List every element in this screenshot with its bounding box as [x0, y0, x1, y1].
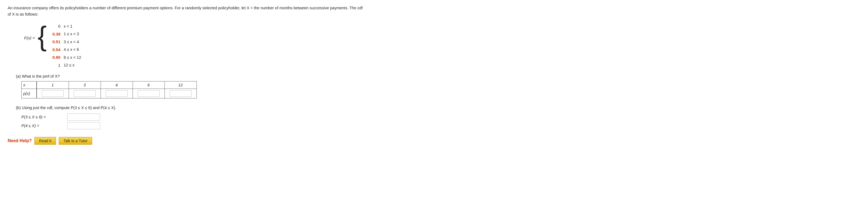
case-cond-5: 12 ≤ x [64, 62, 74, 69]
case-row-4: 0.90 6 ≤ x < 12 [49, 54, 81, 62]
case-val-3: 0.54 [49, 46, 60, 54]
table-cell-px-3[interactable] [69, 89, 100, 98]
input-px-3[interactable] [74, 90, 96, 97]
pmf-table-wrap: x 1 3 4 6 12 p(x) [21, 81, 860, 98]
eq2-label: P(4 ≤ X) = [21, 124, 65, 128]
case-row-0: 0 x < 1 [49, 23, 81, 30]
eq2-line: P(4 ≤ X) = [21, 122, 860, 129]
case-cond-2: 3 ≤ x < 4 [64, 38, 79, 46]
case-cond-3: 4 ≤ x < 6 [64, 46, 79, 54]
input-px-12[interactable] [170, 90, 192, 97]
table-x-header: x [22, 82, 37, 89]
part-b-label: (b) Using just the cdf, compute P(3 ≤ X … [16, 104, 860, 111]
table-x-6: 6 [132, 82, 164, 89]
part-a-label: (a) What is the pmf of X? [16, 74, 860, 78]
case-row-1: 0.39 1 ≤ x < 3 [49, 30, 81, 38]
case-cond-4: 6 ≤ x < 12 [64, 54, 81, 62]
input-px-1[interactable] [42, 90, 64, 97]
case-val-4: 0.90 [49, 54, 60, 62]
table-x-4: 4 [100, 82, 132, 89]
table-px-header: p(x) [22, 89, 37, 98]
eq1-input[interactable] [67, 114, 100, 121]
pmf-table: x 1 3 4 6 12 p(x) [21, 81, 197, 98]
cases-table: 0 x < 1 0.39 1 ≤ x < 3 0.51 3 ≤ x < 4 0.… [49, 23, 81, 69]
case-val-5: 1 [49, 62, 60, 69]
talk-to-tutor-button[interactable]: Talk to a Tutor [59, 137, 92, 145]
eq2-input[interactable] [67, 122, 100, 129]
table-x-1: 1 [37, 82, 69, 89]
need-help-label: Need Help? [8, 138, 32, 143]
fx-label: F(x) = [24, 23, 35, 40]
table-cell-px-4[interactable] [100, 89, 132, 98]
case-row-5: 1 12 ≤ x [49, 62, 81, 69]
table-cell-px-1[interactable] [37, 89, 69, 98]
input-px-4[interactable] [106, 90, 128, 97]
input-px-6[interactable] [138, 90, 160, 97]
case-cond-0: x < 1 [64, 23, 72, 30]
case-cond-1: 1 ≤ x < 3 [64, 30, 79, 38]
case-row-3: 0.54 4 ≤ x < 6 [49, 46, 81, 54]
case-val-0: 0 [49, 23, 60, 30]
table-cell-px-12[interactable] [164, 89, 196, 98]
eq1-line: P(3 ≤ X ≤ 6) = [21, 114, 860, 121]
read-it-button[interactable]: Read It [34, 137, 56, 145]
case-val-1: 0.39 [49, 30, 60, 38]
table-x-3: 3 [69, 82, 100, 89]
table-cell-px-6[interactable] [132, 89, 164, 98]
left-brace: { [38, 23, 47, 69]
case-row-2: 0.51 3 ≤ x < 4 [49, 38, 81, 46]
case-val-2: 0.51 [49, 38, 60, 46]
problem-statement: An insurance company offers its policyho… [8, 5, 363, 18]
table-x-12: 12 [164, 82, 196, 89]
need-help-bar: Need Help? Read It Talk to a Tutor [8, 137, 860, 145]
eq1-label: P(3 ≤ X ≤ 6) = [21, 115, 65, 119]
